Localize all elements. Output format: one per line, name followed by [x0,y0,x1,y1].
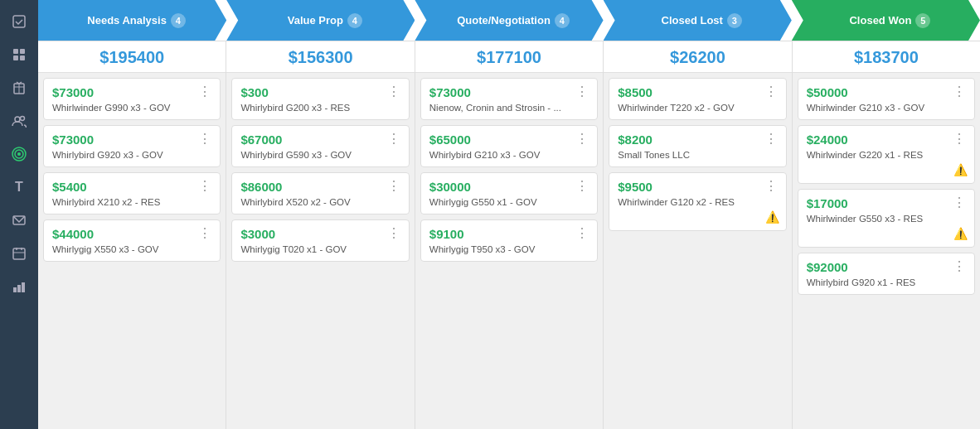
sidebar-item-chart[interactable] [4,272,34,301]
card-amount: $9500 [618,180,653,194]
svg-point-13 [17,152,21,156]
deal-card[interactable]: $8500 ⋮ Whirlwinder T220 x2 - GOV [609,78,786,120]
pipeline-header: Needs Analysis 4 Value Prop 4 Quote/Nego… [38,0,980,41]
column-cards-1: $300 ⋮ Whirlybird G200 x3 - RES $67000 ⋮… [226,73,414,429]
card-menu-icon[interactable]: ⋮ [386,180,402,193]
card-menu-icon[interactable]: ⋮ [763,180,779,193]
sidebar-item-grid[interactable] [4,40,34,70]
card-name: Whirlwinder T220 x2 - GOV [618,103,779,113]
stage-tab-closed-lost[interactable]: Closed Lost 3 [604,0,792,41]
card-amount: $73000 [52,85,94,99]
card-menu-icon[interactable]: ⋮ [763,133,779,146]
card-amount: $73000 [429,85,471,99]
column-total-3: $26200 [604,41,791,73]
deal-card[interactable]: $24000 ⋮ Whirlwinder G220 x1 - RES ⚠️ [798,125,975,184]
card-name: Whirlwinder G990 x3 - GOV [52,103,213,113]
card-menu-icon[interactable]: ⋮ [386,227,402,240]
sidebar-item-check[interactable] [4,7,34,36]
stage-tab-quote[interactable]: Quote/Negotiation 4 [415,0,603,41]
card-amount: $65000 [429,133,471,147]
deal-card[interactable]: $17000 ⋮ Whirlwinder G550 x3 - RES ⚠️ [798,189,975,248]
card-name: Whirlybird G920 x3 - GOV [52,150,213,160]
card-menu-icon[interactable]: ⋮ [951,85,968,99]
card-menu-icon[interactable]: ⋮ [574,227,590,240]
card-menu-icon[interactable]: ⋮ [951,133,968,146]
deal-card[interactable]: $30000 ⋮ Whirlygig G550 x1 - GOV [420,172,598,214]
card-menu-icon[interactable]: ⋮ [196,180,213,193]
deal-card[interactable]: $73000 ⋮ Whirlwinder G990 x3 - GOV [43,78,221,120]
card-menu-icon[interactable]: ⋮ [951,260,968,273]
card-name: Small Tones LLC [618,150,779,160]
card-amount: $3000 [240,227,275,241]
card-name: Whirlwinder G210 x3 - GOV [807,103,968,113]
deal-card[interactable]: $44000 ⋮ Whirlygig X550 x3 - GOV [43,219,221,262]
column-cards-0: $73000 ⋮ Whirlwinder G990 x3 - GOV $7300… [38,73,226,429]
card-menu-icon[interactable]: ⋮ [574,85,590,99]
deal-card[interactable]: $73000 ⋮ Nienow, Cronin and Strosin - ..… [420,78,598,120]
card-name: Nienow, Cronin and Strosin - ... [429,103,590,113]
deal-card[interactable]: $50000 ⋮ Whirlwinder G210 x3 - GOV [798,78,975,120]
columns-area: $195400 $73000 ⋮ Whirlwinder G990 x3 - G… [38,41,980,429]
card-menu-icon[interactable]: ⋮ [763,85,779,99]
deal-card[interactable]: $67000 ⋮ Whirlybird G590 x3 - GOV [231,125,409,167]
column-total-2: $177100 [415,41,603,73]
deal-card[interactable]: $5400 ⋮ Whirlybird X210 x2 - RES [43,172,221,214]
sidebar-item-target[interactable] [4,139,34,169]
stage-badge-1: 4 [347,13,362,28]
deal-card[interactable]: $3000 ⋮ Whirlygig T020 x1 - GOV [231,219,409,262]
deal-card[interactable]: $9500 ⋮ Whirlwinder G120 x2 - RES ⚠️ [609,172,786,231]
column-total-1: $156300 [226,41,414,73]
card-name: Whirlybird G920 x1 - RES [807,277,968,287]
card-name: Whirlybird G200 x3 - RES [240,103,401,113]
card-menu-icon[interactable]: ⋮ [196,85,213,99]
card-amount: $92000 [807,260,848,274]
deal-card[interactable]: $65000 ⋮ Whirlybird G210 x3 - GOV [420,125,598,167]
sidebar-item-users[interactable] [4,106,34,136]
stage-tab-value-prop[interactable]: Value Prop 4 [226,0,415,41]
card-menu-icon[interactable]: ⋮ [196,133,213,146]
column-3: $26200 $8500 ⋮ Whirlwinder T220 x2 - GOV… [604,41,792,429]
stage-label: Closed Lost [662,14,723,27]
card-name: Whirlybird X210 x2 - RES [52,197,213,207]
svg-rect-15 [13,248,25,259]
stage-badge-0: 4 [171,13,186,28]
card-amount: $73000 [52,133,94,147]
card-amount: $8500 [618,85,653,99]
warning-icon: ⚠️ [953,163,968,176]
column-cards-2: $73000 ⋮ Nienow, Cronin and Strosin - ..… [415,73,603,429]
sidebar-item-text[interactable]: T [4,172,34,202]
card-amount: $17000 [807,196,848,210]
sidebar-item-calendar[interactable] [4,239,34,268]
card-amount: $24000 [807,133,848,147]
card-menu-icon[interactable]: ⋮ [574,133,590,146]
card-name: Whirlygig X550 x3 - GOV [52,244,213,254]
card-menu-icon[interactable]: ⋮ [386,85,402,99]
column-0: $195400 $73000 ⋮ Whirlwinder G990 x3 - G… [38,41,226,429]
column-cards-3: $8500 ⋮ Whirlwinder T220 x2 - GOV $8200 … [604,73,791,429]
card-name: Whirlygig T950 x3 - GOV [429,244,590,254]
stage-tab-needs-analysis[interactable]: Needs Analysis 4 [38,0,226,41]
stage-tab-closed-won[interactable]: Closed Won 5 [792,0,980,41]
deal-card[interactable]: $9100 ⋮ Whirlygig T950 x3 - GOV [420,219,598,262]
svg-rect-4 [20,55,25,60]
deal-card[interactable]: $92000 ⋮ Whirlybird G920 x1 - RES [798,253,975,295]
card-name: Whirlwinder G120 x2 - RES [618,197,779,207]
sidebar: T [0,0,38,429]
deal-card[interactable]: $8200 ⋮ Small Tones LLC [609,125,786,167]
column-1: $156300 $300 ⋮ Whirlybird G200 x3 - RES … [226,41,415,429]
card-amount: $9100 [429,227,464,241]
svg-rect-0 [13,16,25,27]
svg-rect-1 [13,49,18,54]
sidebar-item-building[interactable] [4,73,34,103]
deal-card[interactable]: $300 ⋮ Whirlybird G200 x3 - RES [231,78,409,120]
stage-badge-4: 5 [915,13,930,28]
card-name: Whirlybird G210 x3 - GOV [429,150,590,160]
card-menu-icon[interactable]: ⋮ [196,227,213,240]
card-menu-icon[interactable]: ⋮ [386,133,402,146]
card-name: Whirlybird G590 x3 - GOV [240,150,401,160]
card-menu-icon[interactable]: ⋮ [951,196,968,210]
card-menu-icon[interactable]: ⋮ [574,180,590,193]
deal-card[interactable]: $73000 ⋮ Whirlybird G920 x3 - GOV [43,125,221,167]
deal-card[interactable]: $86000 ⋮ Whirlybird X520 x2 - GOV [231,172,409,214]
sidebar-item-mail[interactable] [4,205,34,235]
